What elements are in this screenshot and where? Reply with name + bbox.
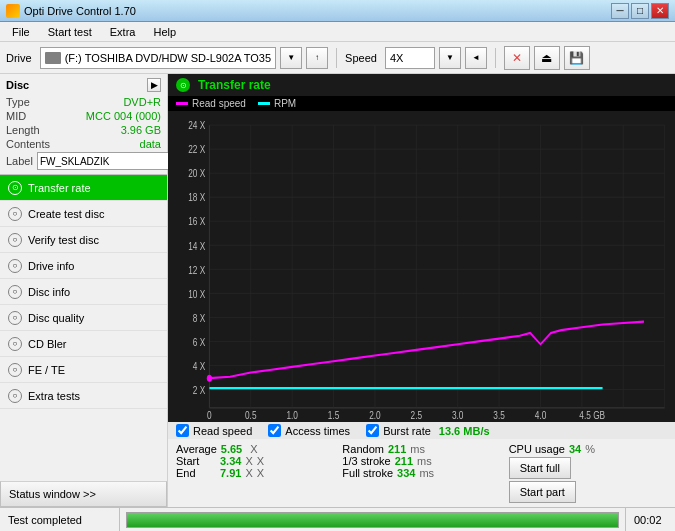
svg-text:3.0: 3.0 <box>452 409 464 422</box>
start-part-btn[interactable]: Start part <box>509 481 576 503</box>
status-window-label: Status window >> <box>9 488 96 500</box>
svg-text:1.0: 1.0 <box>286 409 298 422</box>
stat-average-row: Average 5.65 X <box>176 443 334 455</box>
nav-extra-tests[interactable]: ○ Extra tests <box>0 383 167 409</box>
chart-controls: Read speed Access times Burst rate 13.6 … <box>168 422 675 439</box>
menu-bar: File Start test Extra Help <box>0 22 675 42</box>
checkbox-access-times[interactable] <box>268 424 281 437</box>
nav-verify-test-disc[interactable]: ○ Verify test disc <box>0 227 167 253</box>
control-read-speed-label: Read speed <box>193 425 252 437</box>
menu-extra[interactable]: Extra <box>102 24 144 40</box>
control-burst-rate: Burst rate 13.6 MB/s <box>366 424 489 437</box>
save-btn[interactable]: 💾 <box>564 46 590 70</box>
legend-read-speed: Read speed <box>176 98 246 109</box>
stat-average-val: 5.65 <box>221 443 242 455</box>
speed-select[interactable]: 4X <box>385 47 435 69</box>
status-time-value: 00:02 <box>634 514 662 526</box>
disc-expand-btn[interactable]: ▶ <box>147 78 161 92</box>
status-time: 00:02 <box>625 508 675 531</box>
chart-header: ⊙ Transfer rate <box>168 74 675 96</box>
nav-label-drive: Drive info <box>28 260 74 272</box>
svg-text:1.5: 1.5 <box>328 409 340 422</box>
stat-cpu-key: CPU usage <box>509 443 565 455</box>
nav-label-fe-te: FE / TE <box>28 364 65 376</box>
stat-random-row: Random 211 ms <box>342 443 500 455</box>
disc-length-row: Length 3.96 GB <box>6 124 161 136</box>
drive-refresh-btn[interactable]: ↑ <box>306 47 328 69</box>
status-bar: Test completed 100.0% 00:02 <box>0 507 675 531</box>
erase-btn[interactable]: ✕ <box>504 46 530 70</box>
disc-contents-key: Contents <box>6 138 50 150</box>
chart-legend: Read speed RPM <box>168 96 675 111</box>
drive-select[interactable]: (F:) TOSHIBA DVD/HDW SD-L902A TO35 <box>40 47 276 69</box>
maximize-button[interactable]: □ <box>631 3 649 19</box>
stat-end-row: End 7.91 X X <box>176 467 334 479</box>
main-content: Disc ▶ Type DVD+R MID MCC 004 (000) Leng… <box>0 74 675 507</box>
svg-rect-0 <box>168 111 675 422</box>
stat-start-unit: X <box>245 455 252 467</box>
stats-panel: Average 5.65 X Start 3.34 X X End 7.91 X… <box>168 439 675 507</box>
speed-label: Speed <box>345 52 377 64</box>
stat-start-key: Start <box>176 455 216 467</box>
stat-start-unit2: X <box>257 455 264 467</box>
nav-disc-quality[interactable]: ○ Disc quality <box>0 305 167 331</box>
toolbar-sep2 <box>495 48 496 68</box>
nav-fe-te[interactable]: ○ FE / TE <box>0 357 167 383</box>
svg-text:8 X: 8 X <box>193 311 206 324</box>
minimize-button[interactable]: ─ <box>611 3 629 19</box>
menu-help[interactable]: Help <box>145 24 184 40</box>
svg-text:16 X: 16 X <box>188 215 205 228</box>
title-bar-left: Opti Drive Control 1.70 <box>6 4 136 18</box>
disc-contents-row: Contents data <box>6 138 161 150</box>
status-window-btn[interactable]: Status window >> <box>0 481 167 507</box>
stats-col1: Average 5.65 X Start 3.34 X X End 7.91 X… <box>176 443 334 503</box>
nav-label-extra: Extra tests <box>28 390 80 402</box>
svg-text:20 X: 20 X <box>188 167 205 180</box>
svg-text:2.5: 2.5 <box>411 409 423 422</box>
progress-fill <box>127 513 618 527</box>
svg-text:4.0: 4.0 <box>535 409 547 422</box>
svg-text:4.5 GB: 4.5 GB <box>579 409 605 422</box>
nav-icon-cd-bler: ○ <box>8 337 22 351</box>
svg-text:0.5: 0.5 <box>245 409 257 422</box>
nav-drive-info[interactable]: ○ Drive info <box>0 253 167 279</box>
burst-rate-value: 13.6 MB/s <box>439 425 490 437</box>
eject-btn[interactable]: ⏏ <box>534 46 560 70</box>
close-button[interactable]: ✕ <box>651 3 669 19</box>
nav-icon-transfer-rate: ⊙ <box>8 181 22 195</box>
disc-title: Disc <box>6 79 29 91</box>
svg-text:22 X: 22 X <box>188 143 205 156</box>
nav-label-verify: Verify test disc <box>28 234 99 246</box>
stat-random-val: 211 <box>388 443 406 455</box>
legend-rpm: RPM <box>258 98 296 109</box>
checkbox-read-speed[interactable] <box>176 424 189 437</box>
checkbox-burst-rate[interactable] <box>366 424 379 437</box>
stat-end-unit: X <box>245 467 252 479</box>
svg-text:24 X: 24 X <box>188 119 205 132</box>
stat-end-unit2: X <box>257 467 264 479</box>
stat-stroke13-row: 1/3 stroke 211 ms <box>342 455 500 467</box>
svg-text:14 X: 14 X <box>188 239 205 252</box>
speed-prev-btn[interactable]: ◄ <box>465 47 487 69</box>
menu-file[interactable]: File <box>4 24 38 40</box>
menu-start-test[interactable]: Start test <box>40 24 100 40</box>
progress-container: 100.0% <box>120 508 625 531</box>
speed-dropdown-btn[interactable]: ▼ <box>439 47 461 69</box>
nav-cd-bler[interactable]: ○ CD Bler <box>0 331 167 357</box>
disc-panel: Disc ▶ Type DVD+R MID MCC 004 (000) Leng… <box>0 74 167 175</box>
disc-label-key: Label <box>6 155 33 167</box>
chart-area: 24 X 22 X 20 X 18 X 16 X 14 X 12 X 10 X … <box>168 111 675 422</box>
disc-label-input[interactable] <box>37 152 170 170</box>
legend-color-rpm <box>258 102 270 105</box>
svg-text:12 X: 12 X <box>188 263 205 276</box>
stat-buttons-row: Start full <box>509 457 667 479</box>
speed-value: 4X <box>390 52 403 64</box>
nav-transfer-rate[interactable]: ⊙ Transfer rate <box>0 175 167 201</box>
nav-create-test-disc[interactable]: ○ Create test disc <box>0 201 167 227</box>
control-access-times: Access times <box>268 424 350 437</box>
control-access-times-label: Access times <box>285 425 350 437</box>
start-full-btn[interactable]: Start full <box>509 457 571 479</box>
disc-contents-val: data <box>140 138 161 150</box>
nav-disc-info[interactable]: ○ Disc info <box>0 279 167 305</box>
drive-dropdown-btn[interactable]: ▼ <box>280 47 302 69</box>
